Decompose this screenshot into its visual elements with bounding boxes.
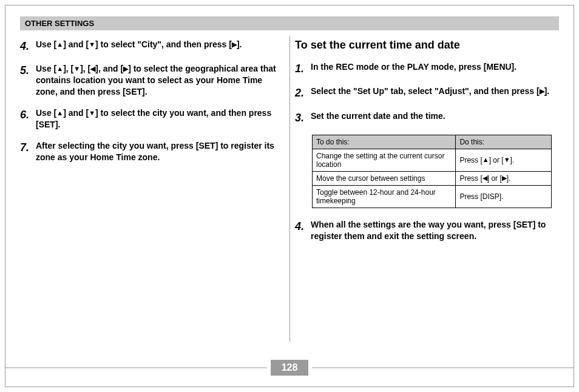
instruction-table: To do this: Do this: Change the setting … [312, 135, 552, 208]
text: Use [ [36, 39, 56, 49]
triangle-right-icon: ▶ [540, 87, 544, 95]
text: Press [ [459, 174, 482, 183]
page-footer: 128 [5, 360, 574, 376]
triangle-down-icon: ▼ [504, 156, 510, 163]
text: ]. [544, 86, 550, 96]
step-number: 7. [20, 140, 33, 163]
footer-rule [312, 367, 574, 368]
table-cell: Move the cursor between settings [313, 171, 456, 185]
step-number: 4. [20, 39, 33, 53]
triangle-up-icon: ▲ [482, 156, 489, 163]
table-header-row: To do this: Do this: [313, 135, 552, 149]
table-cell: Press [DISP]. [456, 185, 552, 208]
section-header: OTHER SETTINGS [20, 16, 559, 30]
triangle-down-icon: ▼ [89, 109, 95, 117]
step-3: 3. Set the current date and the time. [295, 110, 559, 125]
step-number: 2. [295, 86, 308, 100]
text: ] and [ [63, 39, 89, 49]
step-4-right: 4. When all the settings are the way you… [295, 219, 559, 242]
subsection-heading: To set the current time and date [295, 39, 559, 52]
step-text: Use [▲] and [▼] to select the city you w… [33, 107, 284, 130]
text: ]. [237, 39, 242, 49]
triangle-up-icon: ▲ [56, 41, 63, 48]
table-header: Do this: [456, 135, 552, 149]
triangle-down-icon: ▼ [89, 41, 95, 48]
table-cell: Press [▲] or [▼]. [456, 149, 552, 171]
triangle-right-icon: ▶ [502, 174, 507, 181]
step-text: Use [▲], [▼], [◀], and [▶] to select the… [33, 63, 284, 98]
text: ] to select "City", and then press [ [95, 39, 232, 49]
text: ]. [507, 174, 511, 183]
step-7: 7. After selecting the city you want, pr… [20, 140, 284, 163]
text: Use [ [36, 64, 56, 73]
step-number: 6. [20, 107, 33, 130]
right-column: To set the current time and date 1. In t… [295, 39, 559, 252]
table-row: Change the setting at the current cursor… [313, 149, 552, 171]
step-4: 4. Use [▲] and [▼] to select "City", and… [20, 39, 284, 53]
step-number: 1. [295, 61, 308, 76]
text: Press [ [459, 156, 482, 164]
column-divider [290, 36, 290, 342]
text: ] and [ [63, 108, 89, 118]
step-5: 5. Use [▲], [▼], [◀], and [▶] to select … [20, 63, 284, 98]
table-header: To do this: [313, 135, 456, 149]
triangle-right-icon: ▶ [232, 41, 237, 48]
triangle-up-icon: ▲ [56, 109, 63, 117]
footer-rule [5, 367, 267, 368]
text: ] or [ [489, 156, 504, 164]
page-frame: OTHER SETTINGS 4. Use [▲] and [▼] to sel… [5, 5, 574, 387]
step-text: Set the current date and the time. [308, 110, 445, 125]
left-column: 4. Use [▲] and [▼] to select "City", and… [20, 39, 284, 252]
text: ]. [510, 156, 515, 164]
step-number: 4. [295, 219, 308, 242]
step-text: In the REC mode or the PLAY mode, press … [308, 61, 516, 76]
text: Use [ [36, 108, 56, 118]
text: ], [ [63, 64, 73, 73]
step-2: 2. Select the "Set Up" tab, select "Adju… [295, 86, 559, 100]
step-1: 1. In the REC mode or the PLAY mode, pre… [295, 61, 559, 76]
triangle-up-icon: ▲ [56, 65, 63, 72]
text: Select the "Set Up" tab, select "Adjust"… [311, 86, 540, 96]
step-text: When all the settings are the way you wa… [308, 219, 559, 242]
text: ] or [ [487, 174, 502, 183]
table-row: Move the cursor between settings Press [… [313, 171, 552, 185]
table-cell: Toggle between 12-hour and 24-hour timek… [313, 185, 456, 208]
page-number: 128 [271, 360, 309, 376]
table-cell: Change the setting at the current cursor… [313, 149, 456, 171]
text: ], [ [80, 64, 90, 73]
step-text: Use [▲] and [▼] to select "City", and th… [33, 39, 242, 53]
step-6: 6. Use [▲] and [▼] to select the city yo… [20, 107, 284, 130]
step-number: 5. [20, 63, 33, 98]
step-text: After selecting the city you want, press… [33, 140, 284, 163]
triangle-left-icon: ◀ [482, 174, 487, 181]
triangle-down-icon: ▼ [73, 65, 80, 72]
triangle-right-icon: ▶ [123, 65, 128, 72]
text: ], and [ [95, 64, 123, 73]
step-number: 3. [295, 110, 308, 125]
table-cell: Press [◀] or [▶]. [456, 171, 552, 185]
step-text: Select the "Set Up" tab, select "Adjust"… [308, 86, 549, 100]
table-row: Toggle between 12-hour and 24-hour timek… [313, 185, 552, 208]
